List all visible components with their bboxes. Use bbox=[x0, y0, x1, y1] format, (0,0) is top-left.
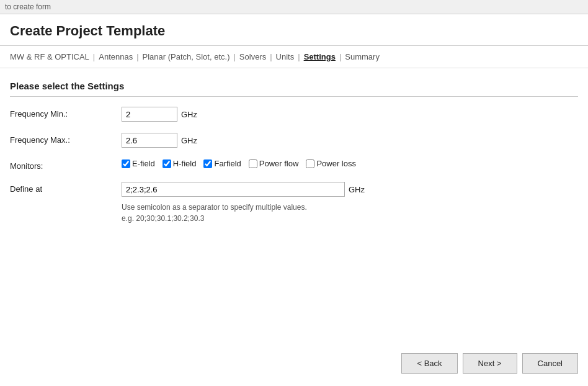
breadcrumb-sep-2: | bbox=[136, 52, 138, 61]
section-title: Please select the Settings bbox=[10, 81, 578, 97]
breadcrumb-sep-6: | bbox=[339, 52, 341, 61]
breadcrumb-item-planar[interactable]: Planar (Patch, Slot, etc.) bbox=[143, 52, 230, 61]
hfield-checkbox[interactable] bbox=[163, 159, 171, 168]
freq-min-unit: GHz bbox=[181, 110, 197, 119]
monitors-row: Monitors: E-field H-field Farfield Power… bbox=[10, 159, 578, 171]
define-at-row: Define at GHz Use semicolon as a separat… bbox=[10, 182, 578, 224]
breadcrumb-sep-3: | bbox=[233, 52, 235, 61]
farfield-checkbox-item[interactable]: Farfield bbox=[203, 159, 241, 168]
monitors-checkboxes: E-field H-field Farfield Power flow Powe… bbox=[122, 159, 356, 168]
freq-min-row: Frequency Min.: GHz bbox=[10, 107, 578, 122]
breadcrumb-item-summary[interactable]: Summary bbox=[345, 52, 380, 61]
freq-max-controls: GHz bbox=[122, 133, 197, 148]
define-at-label: Define at bbox=[10, 182, 122, 194]
freq-max-unit: GHz bbox=[181, 136, 197, 145]
hint-line-2: e.g. 20;30;30.1;30.2;30.3 bbox=[122, 213, 365, 224]
footer-buttons: < Back Next > Cancel bbox=[401, 353, 578, 374]
breadcrumb-item-settings[interactable]: Settings bbox=[304, 52, 336, 61]
breadcrumb: MW & RF & OPTICAL | Antennas | Planar (P… bbox=[0, 46, 588, 68]
powerflow-checkbox[interactable] bbox=[249, 159, 257, 168]
cancel-button[interactable]: Cancel bbox=[522, 353, 578, 374]
breadcrumb-item-antennas[interactable]: Antennas bbox=[99, 52, 133, 61]
define-at-block: GHz Use semicolon as a separator to spec… bbox=[122, 182, 365, 224]
page-title: Create Project Template bbox=[0, 14, 588, 46]
define-at-unit: GHz bbox=[349, 185, 365, 194]
define-at-input-row: GHz bbox=[122, 182, 365, 197]
powerloss-label: Power loss bbox=[316, 159, 356, 168]
hint-line-1: Use semicolon as a separator to specify … bbox=[122, 202, 365, 213]
breadcrumb-item-mw-rf[interactable]: MW & RF & OPTICAL bbox=[10, 52, 89, 61]
breadcrumb-item-solvers[interactable]: Solvers bbox=[239, 52, 266, 61]
freq-max-label: Frequency Max.: bbox=[10, 133, 122, 145]
freq-max-input[interactable] bbox=[122, 133, 177, 148]
farfield-checkbox[interactable] bbox=[203, 159, 212, 168]
hfield-checkbox-item[interactable]: H-field bbox=[163, 159, 197, 168]
freq-min-controls: GHz bbox=[122, 107, 197, 122]
freq-min-input[interactable] bbox=[122, 107, 177, 122]
hfield-label: H-field bbox=[173, 159, 197, 168]
farfield-label: Farfield bbox=[214, 159, 241, 168]
content-area: Please select the Settings Frequency Min… bbox=[0, 68, 588, 248]
next-button[interactable]: Next > bbox=[463, 353, 517, 374]
breadcrumb-sep-5: | bbox=[298, 52, 300, 61]
efield-label: E-field bbox=[132, 159, 155, 168]
top-bar-text: to create form bbox=[5, 2, 51, 11]
monitors-label: Monitors: bbox=[10, 159, 122, 171]
top-bar: to create form bbox=[0, 0, 588, 14]
powerflow-checkbox-item[interactable]: Power flow bbox=[249, 159, 299, 168]
define-at-hint: Use semicolon as a separator to specify … bbox=[122, 202, 365, 224]
breadcrumb-sep-4: | bbox=[270, 52, 272, 61]
efield-checkbox[interactable] bbox=[122, 159, 130, 168]
breadcrumb-item-units[interactable]: Units bbox=[276, 52, 295, 61]
define-at-input[interactable] bbox=[122, 182, 345, 197]
back-button[interactable]: < Back bbox=[401, 353, 457, 374]
freq-min-label: Frequency Min.: bbox=[10, 107, 122, 119]
freq-max-row: Frequency Max.: GHz bbox=[10, 133, 578, 148]
breadcrumb-sep-1: | bbox=[93, 52, 95, 61]
powerflow-label: Power flow bbox=[259, 159, 299, 168]
powerloss-checkbox-item[interactable]: Power loss bbox=[306, 159, 356, 168]
efield-checkbox-item[interactable]: E-field bbox=[122, 159, 155, 168]
powerloss-checkbox[interactable] bbox=[306, 159, 314, 168]
